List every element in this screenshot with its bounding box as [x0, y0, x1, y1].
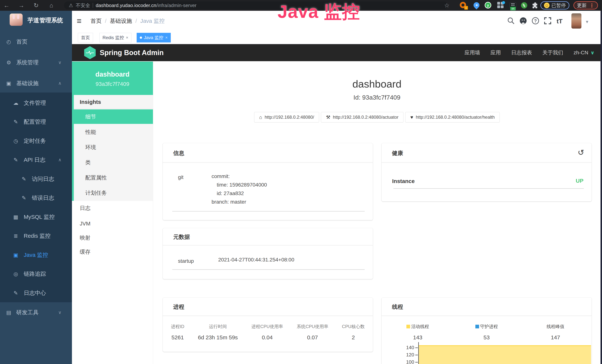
insights-group-label: Insights — [74, 95, 153, 109]
chevron-up-icon: ∧ — [58, 81, 62, 86]
close-icon[interactable]: × — [126, 33, 128, 42]
sidebar-item-java-monitor[interactable]: ▣ Java 监控 — [0, 246, 72, 264]
process-card-title: 进程 — [163, 298, 373, 311]
sidebar-item-caches[interactable]: 缓存 — [72, 245, 153, 259]
endpoint-chips: ⌂ http://192.168.0.2:48080/ ⚒ http://192… — [153, 112, 601, 122]
sidebar-item-scheduled-jobs[interactable]: ◷ 定时任务 — [0, 132, 72, 150]
sidebar-item-api-logs[interactable]: ✎ API 日志 ∧ — [0, 150, 72, 169]
breadcrumb-current: Java 监控 — [140, 17, 165, 25]
back-icon[interactable]: ← — [2, 0, 11, 11]
process-stat-uptime: 运行时间 6d 23h 15m 59s — [198, 324, 238, 341]
metadata-card-title: 元数据 — [163, 228, 373, 241]
sidebar-item-dev-tools[interactable]: ▤ 研发工具 ∨ — [0, 303, 72, 322]
sidebar-item-home[interactable]: ◴ 首页 — [0, 32, 72, 51]
url-host: dashboard.yudao.iocoder.cn — [96, 3, 156, 8]
history-icon[interactable]: ↺ — [578, 148, 584, 157]
sidebar-item-access-logs[interactable]: ✎ 访问日志 — [0, 170, 72, 188]
sba-nav-wallboard[interactable]: 应用墙 — [465, 49, 480, 56]
chrome-update-button[interactable]: 更新 ⋮ — [573, 1, 598, 10]
extension-pin-icon[interactable] — [473, 2, 480, 9]
active-dot-icon — [140, 37, 142, 39]
sba-header: Spring Boot Admin 应用墙 应用 日志报表 关于我们 zh-CN… — [72, 44, 601, 61]
tab-redis-monitor[interactable]: Redis 监控 × — [99, 33, 131, 43]
sba-nav-applications[interactable]: 应用 — [491, 49, 501, 56]
tab-home[interactable]: 首页 — [78, 33, 93, 43]
instance-header[interactable]: dashboard 93a3fc7f7409 — [72, 62, 153, 95]
sidebar-item-logs[interactable]: 日志 — [72, 201, 153, 215]
sidebar-item-file-mgmt[interactable]: ☁ 文件管理 — [0, 94, 72, 112]
extensions-puzzle-icon[interactable] — [531, 2, 538, 9]
extension-badge: 1 — [464, 6, 468, 10]
sidebar-item-trace[interactable]: ◎ 链路追踪 — [0, 265, 72, 283]
sidebar-item-config-mgmt[interactable]: ✎ 配置管理 — [0, 113, 72, 131]
breadcrumb-separator: / — [135, 18, 137, 24]
threads-card: 线程 活动线程 143 守护进程 53 线程峰值 147 140 120 100 — [382, 298, 592, 364]
github-icon[interactable] — [519, 17, 528, 26]
actuator-url-chip[interactable]: ⚒ http://192.168.0.2:48080/actuator — [321, 112, 403, 122]
annotation-java-monitor: Java 监控 — [258, 0, 380, 24]
sidebar-item-jvm[interactable]: JVM — [72, 216, 153, 231]
monitor-icon: ▣ — [4, 80, 13, 86]
insights-item-environment[interactable]: 环境 — [74, 140, 153, 154]
health-url-chip[interactable]: ♥ http://192.168.0.2:48080/actuator/heal… — [405, 112, 500, 122]
insights-item-scheduled-tasks[interactable]: 计划任务 — [74, 186, 153, 200]
insights-item-details[interactable]: 细节 — [74, 109, 153, 124]
avatar[interactable] — [571, 13, 581, 29]
chrome-menu-icon[interactable]: ⋮ — [589, 2, 594, 9]
insights-item-metrics[interactable]: 性能 — [74, 125, 153, 139]
fullscreen-icon[interactable] — [544, 17, 552, 26]
extension-orange-icon[interactable]: 1 — [460, 2, 467, 9]
chevron-down-icon: ∨ — [591, 50, 594, 56]
page-title: dashboard — [153, 77, 601, 91]
process-stat-pid: 进程ID 5261 — [171, 324, 184, 341]
extension-switch-icon[interactable]: on — [509, 2, 516, 9]
edit-icon: ✎ — [11, 119, 20, 125]
log-edit-icon: ✎ — [20, 176, 28, 182]
legend-daemon-threads: 守护进程 53 — [469, 324, 504, 341]
paused-label: 已暂停 — [551, 2, 566, 9]
forward-icon[interactable]: → — [17, 0, 26, 11]
sidebar-item-error-logs[interactable]: ✎ 错误日志 — [0, 189, 72, 207]
process-stat-process-cpu: 进程CPU使用率 0.04 — [251, 324, 283, 341]
breadcrumb-home[interactable]: 首页 — [90, 17, 102, 25]
hamburger-icon[interactable]: ≡ — [77, 16, 82, 26]
tab-java-monitor[interactable]: Java 监控 × — [137, 33, 171, 43]
sidebar-item-mappings[interactable]: 映射 — [72, 230, 153, 245]
eye-icon: ◎ — [11, 271, 20, 277]
sidebar-item-infrastructure[interactable]: ▣ 基础设施 ∧ — [0, 74, 72, 93]
extension-grid-icon[interactable] — [497, 2, 504, 9]
scrollbar[interactable] — [601, 11, 602, 364]
sba-nav-about[interactable]: 关于我们 — [542, 49, 563, 56]
address-bar[interactable]: ⚠ 不安全 dashboard.yudao.iocoder.cn/infra/a… — [64, 1, 448, 9]
tags-view-bar: 首页 Redis 监控 × Java 监控 × — [72, 31, 601, 44]
breadcrumb-infrastructure[interactable]: 基础设施 — [110, 17, 132, 25]
insights-item-config-props[interactable]: 配置属性 — [74, 171, 153, 185]
sba-brand[interactable]: Spring Boot Admin — [100, 44, 164, 61]
sidebar-item-system-mgmt[interactable]: ⚙ 系统管理 ∨ — [0, 53, 72, 72]
extension-leaf-icon[interactable] — [521, 2, 528, 9]
search-icon[interactable] — [507, 17, 516, 26]
sba-language-select[interactable]: zh-CN ∨ — [574, 50, 594, 56]
sidebar-item-log-center[interactable]: ✎ 日志中心 — [0, 284, 72, 302]
extension-green-y-icon[interactable]: y — [485, 2, 492, 9]
reload-icon[interactable]: ↻ — [32, 0, 41, 11]
service-url-chip[interactable]: ⌂ http://192.168.0.2:48080/ — [254, 112, 319, 122]
breadcrumb: 首页 / 基础设施 / Java 监控 — [90, 11, 165, 31]
close-icon[interactable]: × — [165, 33, 168, 42]
y-axis-tick-label: 120 — [398, 352, 414, 358]
caret-down-icon[interactable]: ▾ — [586, 19, 588, 25]
sidebar-item-redis-monitor[interactable]: ≣ Redis 监控 — [0, 227, 72, 245]
process-stats-row: 进程ID 5261 运行时间 6d 23h 15m 59s 进程CPU使用率 0… — [171, 324, 365, 341]
sba-nav-journal[interactable]: 日志报表 — [511, 49, 532, 56]
bookmark-star-icon[interactable]: ☆ — [442, 0, 452, 11]
sidebar-item-mysql-monitor[interactable]: ▦ MySQL 监控 — [0, 208, 72, 226]
help-icon[interactable]: ? — [531, 17, 540, 26]
y-axis-tick — [415, 362, 418, 363]
home-icon[interactable]: ⌂ — [47, 0, 56, 11]
threads-card-title: 线程 — [382, 298, 592, 311]
health-card: 健康 ↺ Instance UP — [382, 143, 592, 201]
insights-item-classes[interactable]: 类 — [74, 155, 153, 170]
cloud-upload-icon: ☁ — [11, 100, 20, 106]
profile-paused-button[interactable]: ☺ 已暂停 — [540, 1, 569, 10]
font-size-icon[interactable]: tT — [555, 17, 564, 26]
